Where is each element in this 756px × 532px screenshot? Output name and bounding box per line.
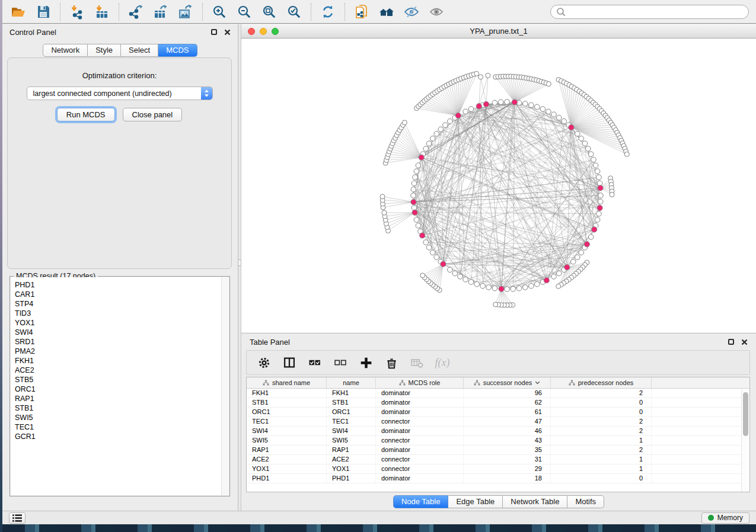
tab-select[interactable]: Select [121, 44, 158, 57]
table-row[interactable]: PHD1PHD1dominator180 [247, 474, 749, 483]
cell-predecessor-nodes: 2 [551, 446, 652, 454]
import-network-icon[interactable] [65, 2, 90, 22]
table-row[interactable]: ACE2ACE2connector311 [247, 455, 749, 464]
zoom-out-icon[interactable] [232, 2, 257, 22]
control-panel-title: Control Panel [9, 28, 56, 37]
mcds-result-item[interactable]: TEC1 [15, 422, 229, 432]
select-all-icon[interactable] [308, 355, 322, 370]
tab-network[interactable]: Network [43, 44, 88, 57]
mcds-result-list[interactable]: PHD1CAR1STP4TID3YOX1SWI4SRD1PMA2FKH1ACE2… [11, 277, 229, 495]
mcds-result-scrollbar[interactable] [221, 277, 229, 495]
float-table-panel-icon[interactable] [728, 339, 734, 345]
tab-style[interactable]: Style [88, 44, 121, 57]
column-header-predecessor-nodes[interactable]: predecessor nodes [551, 377, 652, 388]
float-panel-icon[interactable] [211, 29, 217, 35]
network-canvas[interactable] [241, 39, 756, 332]
export-table-icon[interactable] [148, 2, 173, 22]
table-tab-motifs[interactable]: Motifs [567, 495, 604, 508]
close-panel-icon[interactable] [224, 29, 231, 36]
mcds-result-item[interactable]: SRD1 [15, 337, 229, 347]
selected-criterion: largest connected component (undirected) [27, 89, 201, 98]
mcds-result-item[interactable]: GCR1 [15, 432, 229, 441]
table-row[interactable]: RAP1RAP1dominator352 [247, 446, 749, 455]
mcds-result-item[interactable]: STB1 [15, 403, 229, 413]
cell-predecessor-nodes: 1 [551, 455, 652, 464]
table-row[interactable]: SWI5SWI5connector431 [247, 436, 749, 446]
table-row[interactable]: SWI4SWI4dominator462 [247, 427, 749, 436]
column-header-mcds-role[interactable]: MCDS role [376, 377, 464, 388]
table-toolbar: f(x) [246, 350, 750, 375]
clear-selection-icon[interactable] [333, 355, 347, 370]
attribute-icon [263, 380, 269, 386]
delete-row-icon[interactable] [384, 355, 398, 370]
run-mcds-button[interactable]: Run MCDS [57, 108, 115, 121]
gear-icon[interactable] [257, 355, 271, 370]
export-network-icon[interactable] [123, 2, 148, 22]
mcds-result-item[interactable]: PMA2 [15, 347, 229, 356]
show-columns-icon[interactable] [282, 355, 296, 370]
table-tab-network-table[interactable]: Network Table [503, 495, 567, 508]
new-network-from-selection-icon[interactable] [349, 2, 374, 22]
open-session-icon[interactable] [6, 2, 31, 22]
status-bar: Memory [2, 511, 756, 524]
function-builder-icon: f(x) [435, 355, 449, 370]
add-row-icon[interactable] [359, 355, 373, 370]
table-row[interactable]: TEC1TEC1connector472 [247, 417, 749, 427]
cell-predecessor-nodes: 0 [551, 474, 652, 483]
search-input[interactable] [569, 8, 743, 16]
search-box[interactable] [550, 5, 749, 19]
refresh-view-icon[interactable] [315, 2, 340, 22]
zoom-selected-icon[interactable] [282, 2, 307, 22]
table-tab-edge-table[interactable]: Edge Table [448, 495, 503, 508]
mcds-result-item[interactable]: SWI4 [15, 328, 229, 337]
memory-label: Memory [717, 514, 743, 522]
mcds-result-item[interactable]: STP4 [15, 299, 229, 309]
task-history-icon[interactable] [9, 512, 25, 524]
table-body: FKH1FKH1dominator962STB1STB1dominator620… [247, 389, 749, 483]
zoom-fit-icon[interactable] [257, 2, 282, 22]
window-minimize-icon[interactable] [260, 28, 267, 35]
mcds-result-item[interactable]: CAR1 [15, 290, 229, 299]
cell-successor-nodes: 31 [464, 455, 551, 464]
table-row[interactable]: FKH1FKH1dominator962 [247, 389, 749, 398]
optimization-criterion-label: Optimization criterion: [8, 71, 231, 80]
export-image-icon[interactable] [173, 2, 198, 22]
import-table-icon[interactable] [90, 2, 114, 22]
cell-successor-nodes: 46 [464, 427, 551, 435]
cell-predecessor-nodes: 2 [551, 389, 652, 398]
table-row[interactable]: ORC1ORC1dominator610 [247, 408, 749, 417]
cell-name: FKH1 [327, 389, 376, 398]
zoom-in-icon[interactable] [207, 2, 232, 22]
mcds-result-item[interactable]: RAP1 [15, 394, 229, 403]
window-maximize-icon[interactable] [272, 28, 279, 35]
table-scrollbar[interactable] [741, 389, 749, 492]
mcds-result-item[interactable]: ACE2 [15, 366, 229, 375]
toolbar-separator [60, 3, 60, 21]
mcds-result-item[interactable]: FKH1 [15, 356, 229, 366]
hide-selected-icon[interactable] [399, 2, 424, 22]
table-row[interactable]: YOX1YOX1connector291 [247, 464, 749, 474]
network-window-titlebar[interactable]: YPA_prune.txt_1 [241, 24, 756, 39]
close-panel-button[interactable]: Close panel [123, 108, 183, 121]
mcds-result-item[interactable]: SWI5 [15, 413, 229, 422]
mcds-result-item[interactable]: STB5 [15, 375, 229, 384]
table-tab-node-table[interactable]: Node Table [393, 495, 449, 508]
optimization-criterion-select[interactable]: largest connected component (undirected) [27, 86, 213, 100]
column-header-shared-name[interactable]: shared name [247, 377, 327, 388]
column-header-successor-nodes[interactable]: successor nodes [464, 377, 551, 388]
table-scrollbar-thumb[interactable] [743, 392, 748, 436]
mcds-result-item[interactable]: PHD1 [15, 280, 229, 290]
close-table-panel-icon[interactable] [741, 339, 748, 345]
mcds-result-item[interactable]: YOX1 [15, 318, 229, 328]
save-session-icon[interactable] [31, 2, 56, 22]
mcds-result-item[interactable]: ORC1 [15, 384, 229, 394]
column-header-name[interactable]: name [327, 377, 376, 388]
memory-button[interactable]: Memory [701, 512, 749, 524]
window-close-icon[interactable] [248, 28, 255, 35]
tab-mcds[interactable]: MCDS [158, 44, 197, 57]
table-row[interactable]: STB1STB1dominator620 [247, 398, 749, 408]
mcds-result-item[interactable]: TID3 [15, 309, 229, 318]
cell-mcds-role: dominator [376, 408, 464, 416]
show-hidden-icon[interactable] [424, 2, 449, 22]
show-all-nodes-icon[interactable] [374, 2, 399, 22]
